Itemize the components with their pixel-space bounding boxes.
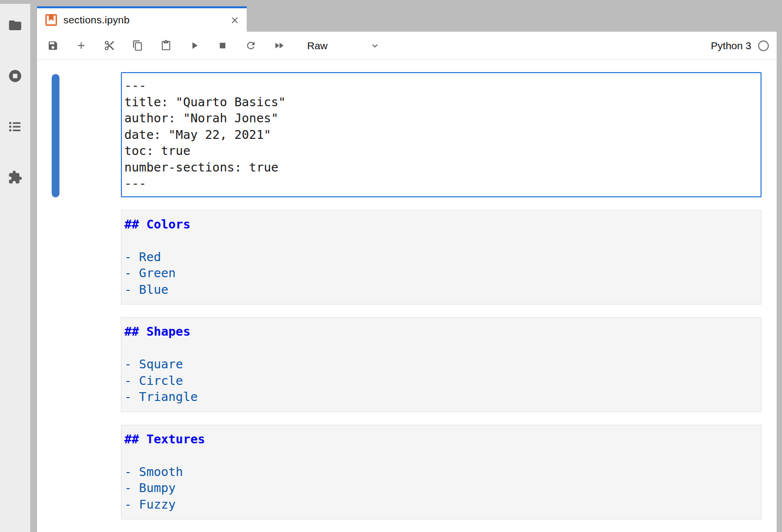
clipboard-icon xyxy=(160,40,172,51)
kernel-area: Python 3 xyxy=(711,40,772,52)
code-line: toc: true xyxy=(124,143,757,159)
copy-cells-button[interactable] xyxy=(127,35,148,57)
markdown-list-line: - Blue xyxy=(124,282,757,298)
code-line: title: "Quarto Basics" xyxy=(124,94,757,111)
markdown-list-line: - Fuzzy xyxy=(124,496,757,513)
raw-cell-editor[interactable]: --- title: "Quarto Basics" author: "Nora… xyxy=(121,72,762,197)
raw-cell-row: --- title: "Quarto Basics" author: "Nora… xyxy=(52,72,777,197)
sidebar-item-table-of-contents[interactable] xyxy=(0,112,30,141)
sidebar-item-running-kernels[interactable] xyxy=(0,61,30,91)
blank-line xyxy=(124,340,757,357)
refresh-icon xyxy=(245,40,256,51)
markdown-list-line: - Square xyxy=(124,356,757,373)
interrupt-kernel-button[interactable] xyxy=(212,35,233,57)
blank-line xyxy=(124,232,757,249)
table-of-contents-icon xyxy=(8,119,22,134)
markdown-list-line: - Triangle xyxy=(124,389,757,405)
code-line: --- xyxy=(124,77,757,94)
cell-collapser[interactable] xyxy=(52,210,59,305)
running-kernels-icon xyxy=(8,69,22,83)
insert-cell-button[interactable] xyxy=(70,35,92,57)
run-cell-button[interactable] xyxy=(183,35,205,57)
paste-cells-button[interactable] xyxy=(155,35,176,57)
fast-forward-icon xyxy=(274,40,285,51)
markdown-list-line: - Bumpy xyxy=(124,480,757,496)
markdown-list-line: - Smooth xyxy=(124,464,757,480)
notebook-toolbar: Raw Python 3 xyxy=(37,32,777,60)
save-button[interactable] xyxy=(42,35,63,57)
folder-icon xyxy=(8,18,22,33)
chevron-down-icon xyxy=(370,40,380,51)
markdown-header-line: ## Colors xyxy=(124,216,757,233)
jupyterlab-window: sections.ipynb xyxy=(0,0,782,532)
sidebar-divider xyxy=(30,0,37,532)
cell-collapser[interactable] xyxy=(52,425,59,520)
code-line: author: "Norah Jones" xyxy=(124,110,757,127)
stop-icon xyxy=(217,40,228,51)
notebook-icon xyxy=(45,14,58,26)
extensions-puzzle-icon xyxy=(8,170,22,185)
markdown-cell-shapes[interactable]: ## Shapes - Square - Circle - Triangle xyxy=(121,317,762,412)
markdown-list-line: - Green xyxy=(124,265,757,282)
markdown-cell-row: ## Shapes - Square - Circle - Triangle xyxy=(52,317,777,412)
sidebar-item-file-browser[interactable] xyxy=(0,11,30,40)
notebook-content: --- title: "Quarto Basics" author: "Nora… xyxy=(37,60,777,532)
markdown-header-line: ## Shapes xyxy=(124,323,757,340)
markdown-cell-colors[interactable]: ## Colors - Red - Green - Blue xyxy=(121,210,762,305)
code-line: date: "May 22, 2021" xyxy=(124,127,757,143)
restart-kernel-button[interactable] xyxy=(240,35,261,57)
tab-sections-ipynb[interactable]: sections.ipynb xyxy=(37,6,247,32)
sidebar-item-extensions[interactable] xyxy=(0,163,30,192)
markdown-cell-textures[interactable]: ## Textures - Smooth - Bumpy - Fuzzy xyxy=(121,425,762,520)
save-icon xyxy=(47,40,59,51)
cell-type-dropdown[interactable]: Raw xyxy=(307,40,380,52)
tab-title: sections.ipynb xyxy=(63,14,224,26)
tab-close-button[interactable] xyxy=(230,15,240,25)
code-line: number-sections: true xyxy=(124,159,757,176)
cut-cells-button[interactable] xyxy=(98,35,120,57)
markdown-cell-row: ## Colors - Red - Green - Blue xyxy=(52,210,777,305)
left-sidebar xyxy=(0,4,30,532)
code-line: --- xyxy=(124,175,757,192)
play-icon xyxy=(189,40,200,51)
plus-icon xyxy=(76,40,87,51)
copy-icon xyxy=(132,40,143,51)
cell-collapser-active[interactable] xyxy=(52,74,59,197)
kernel-idle-circle-icon xyxy=(758,40,769,51)
markdown-header-line: ## Textures xyxy=(124,431,757,448)
close-icon xyxy=(230,15,240,25)
markdown-list-line: - Circle xyxy=(124,373,757,389)
kernel-name[interactable]: Python 3 xyxy=(711,40,751,52)
markdown-cell-row: ## Textures - Smooth - Bumpy - Fuzzy xyxy=(52,425,777,520)
cell-type-value: Raw xyxy=(307,40,328,52)
scissors-icon xyxy=(104,40,115,51)
right-gutter xyxy=(777,32,782,532)
restart-run-all-button[interactable] xyxy=(268,35,290,57)
markdown-list-line: - Red xyxy=(124,249,757,266)
blank-line xyxy=(124,447,757,464)
cell-collapser[interactable] xyxy=(52,317,59,412)
tab-bar-background xyxy=(247,0,782,32)
